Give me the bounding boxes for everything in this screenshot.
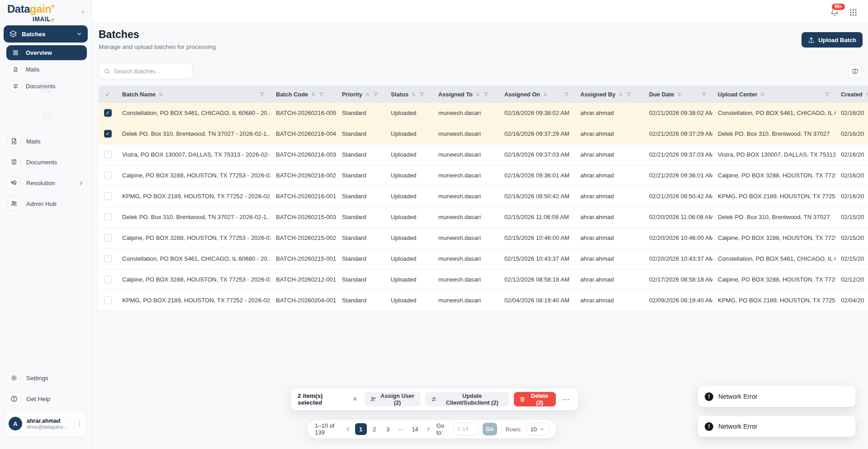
sidebar-collapse-button[interactable]: ‹ xyxy=(78,6,88,16)
cell-assigned-by: ahrar.ahmad xyxy=(575,151,644,158)
page-button-3[interactable]: 3 xyxy=(382,423,394,435)
upload-icon xyxy=(808,37,815,43)
cell-priority: Standard xyxy=(337,276,385,283)
delete-button[interactable]: Delete (2) xyxy=(514,392,556,406)
trash-icon xyxy=(519,396,526,402)
toast-notification[interactable]: !Network Error xyxy=(698,416,855,437)
sidebar-subitem-mails[interactable]: Mails xyxy=(6,62,87,77)
column-header-status[interactable]: Status xyxy=(385,91,433,98)
column-header-upload-center[interactable]: Upload Center xyxy=(712,91,835,98)
toast-notification[interactable]: !Network Error xyxy=(698,386,855,407)
cell-upload-center: Delek PO. Box 310, Brentwood, TN 37027 xyxy=(712,130,835,137)
page-button-14[interactable]: 14 xyxy=(409,423,421,435)
pagination-range: 1–10 of 139 xyxy=(315,422,340,436)
user-card[interactable]: A ahrar.ahmad ahrar@datagains... ⋮ xyxy=(4,410,88,438)
table-row[interactable]: Calpine, PO BOX 3288, HOUSTON, TX 77253 … xyxy=(99,269,868,290)
row-checkbox[interactable] xyxy=(104,255,112,263)
assign-button[interactable]: Assign User (2) xyxy=(365,392,421,406)
sort-icon xyxy=(158,91,164,97)
cell-upload-center: KPMG, PO BOX 2189, HOUSTON, TX 77252 xyxy=(712,297,835,304)
row-checkbox[interactable] xyxy=(104,172,112,179)
sidebar-item-batches[interactable]: Batches xyxy=(4,25,88,43)
app-root: Datagain➤ IMAIL➤ ‹ Batches OverviewMails… xyxy=(0,0,868,449)
table-row[interactable]: Delek PO. Box 310, Brentwood, TN 37027 -… xyxy=(99,207,868,228)
table-row[interactable]: KPMG, PO BOX 2189, HOUSTON, TX 77252 - 2… xyxy=(99,290,868,311)
table-row[interactable]: ✓Delek PO. Box 310, Brentwood, TN 37027 … xyxy=(99,124,868,144)
brand-name: Datagain➤ xyxy=(7,4,55,14)
cell-assigned-to: muneesh.dasari xyxy=(433,130,499,137)
cell-due-date: 02/21/2026 08:50:42 AM xyxy=(644,193,712,200)
page-button-2[interactable]: 2 xyxy=(369,423,380,435)
column-settings-button[interactable] xyxy=(848,64,862,78)
cell-priority: Standard xyxy=(337,151,385,158)
cell-status: Uploaded xyxy=(385,255,433,262)
sidebar-item-get-help[interactable]: Get Help xyxy=(5,391,87,406)
table-row[interactable]: KPMG, PO BOX 2189, HOUSTON, TX 77252 - 2… xyxy=(99,186,868,207)
row-checkbox[interactable]: ✓ xyxy=(104,130,112,138)
row-checkbox[interactable] xyxy=(104,234,112,242)
cell-assigned-on: 02/15/2026 10:46:00 AM xyxy=(499,234,575,241)
column-header-assigned-by[interactable]: Assigned By xyxy=(575,91,644,98)
column-label: Assigned To xyxy=(438,91,473,98)
search-input[interactable] xyxy=(114,68,188,75)
cell-assigned-to: muneesh.dasari xyxy=(433,193,499,200)
cell-name: Calpine, PO BOX 3288, HOUSTON, TX 77253 … xyxy=(117,172,270,179)
cell-assigned-by: ahrar.ahmad xyxy=(575,234,644,241)
table-row[interactable]: ✓Constellation, PO BOX 5461, CHICAGO, IL… xyxy=(99,103,868,124)
table-row[interactable]: Calpine, PO BOX 3288, HOUSTON, TX 77253 … xyxy=(99,228,868,248)
row-checkbox[interactable] xyxy=(104,276,112,283)
sidebar-item-label: Get Help xyxy=(26,396,50,402)
page-button-1[interactable]: 1 xyxy=(355,423,367,435)
row-checkbox[interactable] xyxy=(104,213,112,221)
sidebar-item-mails[interactable]: Mails xyxy=(5,134,87,149)
cell-code: BATCH-20260216-002 xyxy=(270,172,337,179)
next-page-button[interactable] xyxy=(425,426,432,432)
table-row[interactable]: Constellation, PO BOX 5461, CHICAGO, IL … xyxy=(99,248,868,269)
cell-status: Uploaded xyxy=(385,234,433,241)
clear-selection-button[interactable]: × xyxy=(350,395,360,403)
goto-page-input[interactable] xyxy=(453,423,479,435)
column-header-assigned-on[interactable]: Assigned On xyxy=(499,91,575,98)
more-actions-button[interactable]: ⋯ xyxy=(560,395,572,404)
apps-grid-button[interactable] xyxy=(849,8,858,17)
update-button[interactable]: Update Client/Subclient (2) xyxy=(425,392,509,406)
cell-assigned-by: ahrar.ahmad xyxy=(575,110,644,116)
column-header-due-date[interactable]: Due Date xyxy=(644,91,712,98)
sidebar-item-documents[interactable]: Documents xyxy=(5,154,87,170)
sidebar-subitem-overview[interactable]: Overview xyxy=(6,45,87,60)
row-checkbox[interactable]: ✓ xyxy=(104,109,112,117)
rows-per-page-select[interactable]: 10 xyxy=(526,423,549,435)
column-header-batch-name[interactable]: Batch Name xyxy=(117,91,270,98)
select-all-header[interactable]: ✓ xyxy=(99,91,117,98)
toast-message: Network Error xyxy=(718,423,757,430)
row-checkbox[interactable] xyxy=(104,151,112,158)
cell-code: BATCH-20260215-003 xyxy=(270,214,337,220)
cell-name: Vistra, PO BOX 130007, DALLAS, TX 75313 … xyxy=(117,151,270,158)
table-row[interactable]: Calpine, PO BOX 3288, HOUSTON, TX 77253 … xyxy=(99,165,868,186)
row-select-cell xyxy=(99,255,117,263)
row-checkbox[interactable] xyxy=(104,296,112,304)
sidebar-item-label: Batches xyxy=(22,31,46,38)
sidebar-item-admin-hub[interactable]: Admin Hub xyxy=(5,196,87,211)
column-header-batch-code[interactable]: Batch Code xyxy=(270,91,337,98)
cell-name: Calpine, PO BOX 3288, HOUSTON, TX 77253 … xyxy=(117,234,270,241)
cell-assigned-on: 02/12/2026 08:58:18 AM xyxy=(499,276,575,283)
cell-assigned-to: muneesh.dasari xyxy=(433,110,499,116)
user-menu-dots-icon[interactable]: ⋮ xyxy=(76,420,83,427)
table-body: ✓Constellation, PO BOX 5461, CHICAGO, IL… xyxy=(99,103,868,311)
column-header-created[interactable]: Created xyxy=(835,91,868,98)
notifications-button[interactable]: 99+ xyxy=(830,8,840,18)
column-header-assigned-to[interactable]: Assigned To xyxy=(433,91,499,98)
row-checkbox[interactable] xyxy=(104,192,112,200)
action-label: Update Client/Subclient (2) xyxy=(440,392,503,406)
go-button[interactable]: Go xyxy=(483,423,497,435)
cell-name: KPMG, PO BOX 2189, HOUSTON, TX 77252 - 2… xyxy=(117,193,270,200)
user-name: ahrar.ahmad xyxy=(27,418,67,424)
sidebar-item-label: Admin Hub xyxy=(26,201,57,207)
sidebar-item-resolution[interactable]: Resolution xyxy=(5,175,87,191)
prev-page-button[interactable] xyxy=(345,426,351,432)
column-header-priority[interactable]: Priority xyxy=(337,91,385,98)
table-row[interactable]: Vistra, PO BOX 130007, DALLAS, TX 75313 … xyxy=(99,144,868,165)
sidebar-item-settings[interactable]: Settings xyxy=(5,370,87,386)
upload-batch-button[interactable]: Upload Batch xyxy=(802,32,863,48)
